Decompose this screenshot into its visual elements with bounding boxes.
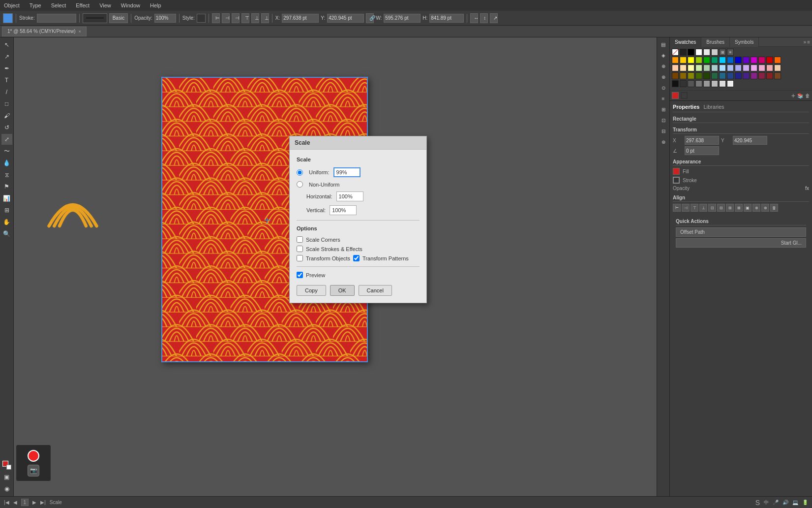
menu-object[interactable]: Object — [2, 1, 22, 9]
zoom-tool-btn[interactable]: 🔍 — [1, 228, 12, 239]
align-center-h-btn[interactable]: ⊣ — [222, 13, 230, 23]
artboard-tool-btn[interactable]: ⊞ — [1, 205, 12, 216]
swatch-d14[interactable] — [774, 64, 781, 71]
non-uniform-radio[interactable] — [297, 181, 303, 188]
transform-1-btn[interactable]: ↔ — [470, 13, 478, 23]
nav-prev-btn[interactable]: |◀ — [4, 500, 9, 505]
tool-icon[interactable] — [3, 13, 13, 23]
swatch-e7[interactable] — [719, 72, 726, 79]
style-color[interactable] — [197, 14, 206, 23]
opacity-input[interactable] — [154, 14, 176, 23]
swatch-e1[interactable] — [672, 72, 679, 79]
menu-view[interactable]: View — [97, 1, 113, 9]
swatch-d9[interactable] — [735, 64, 742, 71]
align-bottom-btn[interactable]: ⊥ — [261, 13, 269, 23]
swatch-f2[interactable] — [680, 80, 687, 87]
transform-3-btn[interactable]: ↗ — [490, 13, 498, 23]
swatch-d5[interactable] — [703, 64, 710, 71]
normal-mode-btn[interactable]: ▣ — [1, 472, 12, 482]
transform-2-btn[interactable]: ↕ — [480, 13, 488, 23]
swatch-grid-icon[interactable]: ⊞ — [719, 49, 726, 56]
align-artboard-btn[interactable]: ▣ — [744, 204, 752, 212]
add-swatch-btn[interactable]: + — [791, 92, 795, 99]
align-right-icon-btn[interactable]: ⊤ — [691, 204, 698, 212]
swatch-d3[interactable] — [688, 64, 694, 71]
canvas-area[interactable]: Scale Scale Uniform: Non-Uniform — [14, 37, 657, 496]
swatch-d12[interactable] — [758, 64, 765, 71]
offset-path-button[interactable]: Offset Path — [676, 227, 806, 237]
swatch-c9[interactable] — [735, 57, 742, 64]
swatch-f3[interactable] — [688, 80, 694, 87]
menu-select[interactable]: Select — [49, 1, 68, 9]
status-icon-3[interactable]: 🎤 — [773, 500, 779, 505]
swatch-c4[interactable] — [695, 57, 702, 64]
x-input[interactable] — [282, 14, 319, 23]
align-top-btn[interactable]: ⊤ — [241, 13, 249, 23]
right-tool-7[interactable]: ⊞ — [659, 104, 668, 114]
swatch-d7[interactable] — [719, 64, 726, 71]
right-tool-3[interactable]: ⊕ — [659, 61, 668, 71]
swatch-e11[interactable] — [751, 72, 757, 79]
align-center-h-icon-btn[interactable]: ⊣ — [682, 204, 690, 212]
nav-fwd-btn[interactable]: ▶ — [32, 500, 36, 505]
align-center-v-btn[interactable]: ⊥ — [251, 13, 259, 23]
symbol-btn[interactable]: ⚑ — [1, 181, 12, 192]
swatch-d6[interactable] — [711, 64, 718, 71]
swatch-e5[interactable] — [703, 72, 710, 79]
swatch-c14[interactable] — [774, 57, 781, 64]
right-tool-10[interactable]: ⊛ — [659, 137, 668, 147]
panel-expand-btn[interactable]: » — [804, 39, 807, 45]
swatch-d8[interactable] — [727, 64, 734, 71]
swatch-e9[interactable] — [735, 72, 742, 79]
align-bottom-icon-btn[interactable]: ⊟ — [717, 204, 725, 212]
h-input[interactable] — [429, 14, 464, 23]
swatch-c6[interactable] — [711, 57, 718, 64]
scale-tool-btn[interactable]: ⤢ — [1, 134, 12, 145]
status-icon-5[interactable]: 💻 — [792, 500, 798, 505]
type-tool-btn[interactable]: T — [1, 75, 12, 86]
menu-type[interactable]: Type — [28, 1, 43, 9]
swatch-c2[interactable] — [680, 57, 687, 64]
preview-checkbox[interactable] — [297, 272, 303, 278]
document-tab[interactable]: 1* @ 58.64 % (CMYK/Preview) × — [2, 27, 87, 36]
distrib-h-icon-btn[interactable]: ⊞ — [726, 204, 734, 212]
transform-patterns-checkbox[interactable] — [353, 255, 360, 261]
rotate-tool-btn[interactable]: ↺ — [1, 122, 12, 133]
swatch-c11[interactable] — [751, 57, 757, 64]
distrib-v-icon-btn[interactable]: ⊠ — [735, 204, 743, 212]
nav-last-btn[interactable]: ▶| — [40, 500, 46, 505]
swatch-f6[interactable] — [711, 80, 718, 87]
swatch-e3[interactable] — [688, 72, 694, 79]
align-top-icon-btn[interactable]: ⊥ — [699, 204, 707, 212]
fill-color-btn[interactable] — [1, 460, 12, 471]
swatch-registration[interactable] — [688, 49, 694, 56]
uniform-value-input[interactable] — [333, 167, 361, 177]
swatch-e10[interactable] — [743, 72, 750, 79]
stroke-style-box[interactable] — [83, 13, 107, 23]
select-tool-btn[interactable]: ↖ — [1, 39, 12, 50]
link-xy-btn[interactable]: 🔗 — [366, 13, 374, 23]
swatch-d1[interactable] — [672, 64, 679, 71]
align-left-icon-btn[interactable]: ⊢ — [673, 204, 681, 212]
nav-back-btn[interactable]: ◀ — [13, 500, 17, 505]
swatch-c13[interactable] — [766, 57, 773, 64]
align-key-btn[interactable]: ⊕ — [752, 204, 760, 212]
swatch-c3[interactable] — [688, 57, 694, 64]
copy-button[interactable]: Copy — [297, 285, 326, 296]
start-global-button[interactable]: Start Gl... — [676, 238, 806, 248]
graph-tool-btn[interactable]: 📊 — [1, 193, 12, 204]
scale-strokes-checkbox[interactable] — [297, 246, 303, 252]
status-icon-2[interactable]: 中 — [764, 499, 769, 506]
menu-effect[interactable]: Effect — [74, 1, 91, 9]
swatch-e12[interactable] — [758, 72, 765, 79]
drawing-mode-btn[interactable]: ◉ — [1, 483, 12, 494]
status-icon-6[interactable]: 🔋 — [802, 500, 808, 505]
swatch-f7[interactable] — [719, 80, 726, 87]
pen-tool-btn[interactable]: ✒ — [1, 63, 12, 74]
swatch-black-white[interactable] — [680, 49, 687, 56]
swatch-e2[interactable] — [680, 72, 687, 79]
align-left-btn[interactable]: ⊢ — [212, 13, 220, 23]
brushes-tab[interactable]: Brushes — [701, 37, 730, 47]
swatch-f1[interactable] — [672, 80, 679, 87]
warp-tool-btn[interactable]: 〜 — [1, 146, 12, 157]
